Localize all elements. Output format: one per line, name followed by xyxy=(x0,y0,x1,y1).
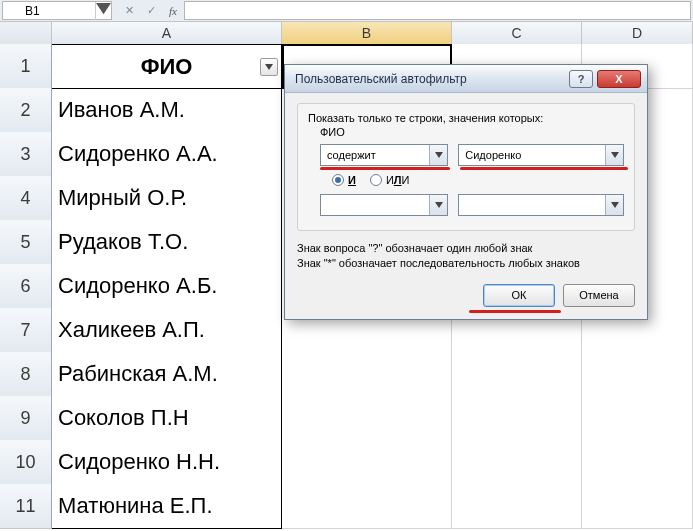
chevron-down-icon xyxy=(429,145,447,165)
empty-cell[interactable] xyxy=(452,396,582,441)
select-all-corner[interactable] xyxy=(0,22,52,45)
help-button[interactable]: ? xyxy=(569,70,593,88)
row-header[interactable]: 10 xyxy=(0,440,52,485)
header-cell[interactable]: ФИО xyxy=(52,44,282,89)
formula-controls: ✕ ✓ fx xyxy=(120,0,182,21)
condition2-value-combo[interactable] xyxy=(458,194,624,216)
fx-icon[interactable]: fx xyxy=(164,2,182,20)
data-cell[interactable]: Сидоренко А.Б. xyxy=(52,264,282,309)
row-header[interactable]: 1 xyxy=(0,44,52,89)
empty-cell[interactable] xyxy=(282,484,452,529)
empty-cell[interactable] xyxy=(582,396,693,441)
hint-line-2: Знак "*" обозначает последовательность л… xyxy=(297,256,635,271)
data-cell[interactable]: Соколов П.Н xyxy=(52,396,282,441)
data-cell[interactable]: Сидоренко А.А. xyxy=(52,132,282,177)
empty-cell[interactable] xyxy=(582,484,693,529)
annotation-underline xyxy=(469,310,561,313)
empty-cell[interactable] xyxy=(452,352,582,397)
col-header-D[interactable]: D xyxy=(582,22,693,45)
row-header[interactable]: 4 xyxy=(0,176,52,221)
field-label: ФИО xyxy=(320,126,624,138)
row-header[interactable]: 3 xyxy=(0,132,52,177)
empty-cell[interactable] xyxy=(582,352,693,397)
empty-cell[interactable] xyxy=(582,440,693,485)
annotation-underline xyxy=(320,167,450,170)
empty-cell[interactable] xyxy=(282,396,452,441)
chevron-down-icon xyxy=(429,195,447,215)
row-header[interactable]: 6 xyxy=(0,264,52,309)
data-cell[interactable]: Сидоренко Н.Н. xyxy=(52,440,282,485)
row-header[interactable]: 7 xyxy=(0,308,52,353)
annotation-underline xyxy=(460,167,628,170)
condition1-value: Сидоренко xyxy=(459,149,605,161)
name-box-dropdown-icon[interactable] xyxy=(95,2,111,20)
table-row: 11Матюнина Е.П. xyxy=(0,484,693,528)
cancel-button[interactable]: Отмена xyxy=(563,284,635,307)
accept-formula-icon: ✓ xyxy=(142,2,160,20)
col-header-B[interactable]: B xyxy=(282,22,452,45)
table-row: 9Соколов П.Н xyxy=(0,396,693,440)
group-title: Показать только те строки, значения кото… xyxy=(308,112,624,124)
close-button[interactable]: X xyxy=(597,70,641,88)
data-cell[interactable]: Рабинская А.М. xyxy=(52,352,282,397)
data-cell[interactable]: Халикеев А.П. xyxy=(52,308,282,353)
formula-input[interactable] xyxy=(184,1,691,20)
condition1-operator-combo[interactable]: содержит xyxy=(320,144,448,166)
radio-or-label: ИЛИ xyxy=(386,174,410,186)
name-box-value: B1 xyxy=(3,4,95,18)
data-cell[interactable]: Иванов А.М. xyxy=(52,88,282,133)
radio-and-label: И xyxy=(348,174,356,186)
empty-cell[interactable] xyxy=(282,440,452,485)
logic-radio-group: И ИЛИ xyxy=(332,174,624,186)
condition2-operator-combo[interactable] xyxy=(320,194,448,216)
ok-button[interactable]: ОК xyxy=(483,284,555,307)
custom-autofilter-dialog: Пользовательский автофильтр ? X Показать… xyxy=(284,64,648,320)
row-header[interactable]: 11 xyxy=(0,484,52,529)
filter-dropdown-button[interactable] xyxy=(260,58,278,76)
data-cell[interactable]: Матюнина Е.П. xyxy=(52,484,282,529)
condition1-value-combo[interactable]: Сидоренко xyxy=(458,144,624,166)
hint-line-1: Знак вопроса "?" обозначает один любой з… xyxy=(297,241,635,256)
name-box[interactable]: B1 xyxy=(2,1,112,20)
empty-cell[interactable] xyxy=(452,440,582,485)
empty-cell[interactable] xyxy=(282,352,452,397)
row-header[interactable]: 8 xyxy=(0,352,52,397)
condition1-operator-value: содержит xyxy=(321,149,429,161)
row-header[interactable]: 2 xyxy=(0,88,52,133)
filter-group: Показать только те строки, значения кото… xyxy=(297,103,635,231)
row-header[interactable]: 5 xyxy=(0,220,52,265)
dialog-titlebar[interactable]: Пользовательский автофильтр ? X xyxy=(285,65,647,93)
chevron-down-icon xyxy=(605,195,623,215)
col-header-C[interactable]: C xyxy=(452,22,582,45)
chevron-down-icon xyxy=(605,145,623,165)
table-row: 8Рабинская А.М. xyxy=(0,352,693,396)
table-row: 10Сидоренко Н.Н. xyxy=(0,440,693,484)
data-cell[interactable]: Рудаков Т.О. xyxy=(52,220,282,265)
formula-bar: B1 ✕ ✓ fx xyxy=(0,0,693,22)
radio-and[interactable]: И xyxy=(332,174,356,186)
row-header[interactable]: 9 xyxy=(0,396,52,441)
empty-cell[interactable] xyxy=(452,484,582,529)
radio-or[interactable]: ИЛИ xyxy=(370,174,410,186)
data-cell[interactable]: Мирный О.Р. xyxy=(52,176,282,221)
dialog-title: Пользовательский автофильтр xyxy=(295,72,565,86)
column-headers: A B C D xyxy=(0,22,693,44)
col-header-A[interactable]: A xyxy=(52,22,282,45)
cancel-formula-icon: ✕ xyxy=(120,2,138,20)
